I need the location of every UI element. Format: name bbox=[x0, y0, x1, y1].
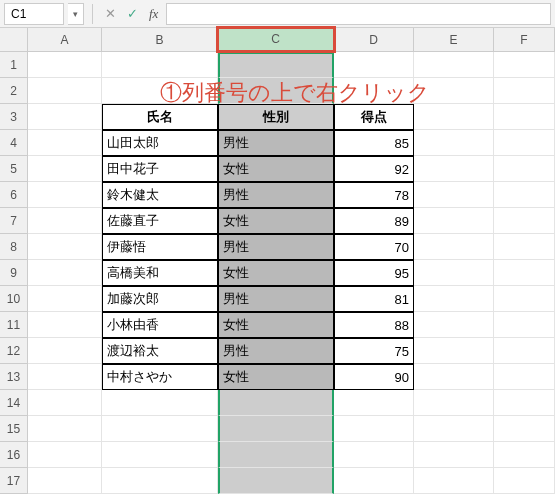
cell-D15[interactable] bbox=[334, 416, 414, 442]
cell-B16[interactable] bbox=[102, 442, 218, 468]
cell-B1[interactable] bbox=[102, 52, 218, 78]
cell-B7[interactable]: 佐藤直子 bbox=[102, 208, 218, 234]
cell-E4[interactable] bbox=[414, 130, 494, 156]
cell-F4[interactable] bbox=[494, 130, 555, 156]
cell-B15[interactable] bbox=[102, 416, 218, 442]
formula-input[interactable] bbox=[166, 3, 551, 25]
cell-F16[interactable] bbox=[494, 442, 555, 468]
cell-E7[interactable] bbox=[414, 208, 494, 234]
cell-F9[interactable] bbox=[494, 260, 555, 286]
cell-A3[interactable] bbox=[28, 104, 102, 130]
cell-D10[interactable]: 81 bbox=[334, 286, 414, 312]
row-header-9[interactable]: 9 bbox=[0, 260, 28, 286]
cell-E3[interactable] bbox=[414, 104, 494, 130]
cell-F12[interactable] bbox=[494, 338, 555, 364]
cell-D11[interactable]: 88 bbox=[334, 312, 414, 338]
cell-E8[interactable] bbox=[414, 234, 494, 260]
cell-A12[interactable] bbox=[28, 338, 102, 364]
cell-E17[interactable] bbox=[414, 468, 494, 494]
cell-E14[interactable] bbox=[414, 390, 494, 416]
cell-C7[interactable]: 女性 bbox=[218, 208, 334, 234]
cell-B14[interactable] bbox=[102, 390, 218, 416]
cell-C14[interactable] bbox=[218, 390, 334, 416]
cell-D1[interactable] bbox=[334, 52, 414, 78]
cell-D7[interactable]: 89 bbox=[334, 208, 414, 234]
cell-B3[interactable]: 氏名 bbox=[102, 104, 218, 130]
cell-A7[interactable] bbox=[28, 208, 102, 234]
cell-C12[interactable]: 男性 bbox=[218, 338, 334, 364]
cell-C4[interactable]: 男性 bbox=[218, 130, 334, 156]
cell-C11[interactable]: 女性 bbox=[218, 312, 334, 338]
row-header-3[interactable]: 3 bbox=[0, 104, 28, 130]
cell-F14[interactable] bbox=[494, 390, 555, 416]
row-header-8[interactable]: 8 bbox=[0, 234, 28, 260]
row-header-10[interactable]: 10 bbox=[0, 286, 28, 312]
cell-F17[interactable] bbox=[494, 468, 555, 494]
cell-C17[interactable] bbox=[218, 468, 334, 494]
cell-D3[interactable]: 得点 bbox=[334, 104, 414, 130]
cell-D5[interactable]: 92 bbox=[334, 156, 414, 182]
cell-D9[interactable]: 95 bbox=[334, 260, 414, 286]
cell-A13[interactable] bbox=[28, 364, 102, 390]
cell-D16[interactable] bbox=[334, 442, 414, 468]
row-header-4[interactable]: 4 bbox=[0, 130, 28, 156]
cell-C10[interactable]: 男性 bbox=[218, 286, 334, 312]
cell-A10[interactable] bbox=[28, 286, 102, 312]
cell-D13[interactable]: 90 bbox=[334, 364, 414, 390]
cell-D2[interactable] bbox=[334, 78, 414, 104]
cell-E11[interactable] bbox=[414, 312, 494, 338]
cell-C15[interactable] bbox=[218, 416, 334, 442]
cell-D17[interactable] bbox=[334, 468, 414, 494]
col-header-E[interactable]: E bbox=[414, 28, 494, 52]
cell-A14[interactable] bbox=[28, 390, 102, 416]
cell-B12[interactable]: 渡辺裕太 bbox=[102, 338, 218, 364]
cell-E13[interactable] bbox=[414, 364, 494, 390]
cell-F1[interactable] bbox=[494, 52, 555, 78]
cell-C3[interactable]: 性別 bbox=[218, 104, 334, 130]
cell-E16[interactable] bbox=[414, 442, 494, 468]
row-header-16[interactable]: 16 bbox=[0, 442, 28, 468]
select-all-corner[interactable] bbox=[0, 28, 28, 52]
cell-C1[interactable] bbox=[218, 52, 334, 78]
row-header-14[interactable]: 14 bbox=[0, 390, 28, 416]
row-header-11[interactable]: 11 bbox=[0, 312, 28, 338]
cell-C8[interactable]: 男性 bbox=[218, 234, 334, 260]
cell-D4[interactable]: 85 bbox=[334, 130, 414, 156]
row-header-7[interactable]: 7 bbox=[0, 208, 28, 234]
row-header-6[interactable]: 6 bbox=[0, 182, 28, 208]
cell-D8[interactable]: 70 bbox=[334, 234, 414, 260]
cell-F13[interactable] bbox=[494, 364, 555, 390]
name-box-dropdown[interactable]: ▾ bbox=[68, 3, 84, 25]
col-header-A[interactable]: A bbox=[28, 28, 102, 52]
row-header-17[interactable]: 17 bbox=[0, 468, 28, 494]
cell-A1[interactable] bbox=[28, 52, 102, 78]
name-box[interactable]: C1 bbox=[4, 3, 64, 25]
cell-A16[interactable] bbox=[28, 442, 102, 468]
cell-A4[interactable] bbox=[28, 130, 102, 156]
cell-A11[interactable] bbox=[28, 312, 102, 338]
cell-E5[interactable] bbox=[414, 156, 494, 182]
cell-C16[interactable] bbox=[218, 442, 334, 468]
cell-B2[interactable] bbox=[102, 78, 218, 104]
cell-F10[interactable] bbox=[494, 286, 555, 312]
cell-E12[interactable] bbox=[414, 338, 494, 364]
row-header-1[interactable]: 1 bbox=[0, 52, 28, 78]
cell-A6[interactable] bbox=[28, 182, 102, 208]
row-header-13[interactable]: 13 bbox=[0, 364, 28, 390]
cell-E9[interactable] bbox=[414, 260, 494, 286]
cell-B4[interactable]: 山田太郎 bbox=[102, 130, 218, 156]
row-header-12[interactable]: 12 bbox=[0, 338, 28, 364]
cell-F2[interactable] bbox=[494, 78, 555, 104]
cell-B17[interactable] bbox=[102, 468, 218, 494]
row-header-5[interactable]: 5 bbox=[0, 156, 28, 182]
cell-F6[interactable] bbox=[494, 182, 555, 208]
cell-D14[interactable] bbox=[334, 390, 414, 416]
cell-B9[interactable]: 高橋美和 bbox=[102, 260, 218, 286]
cell-F15[interactable] bbox=[494, 416, 555, 442]
col-header-C[interactable]: C bbox=[218, 28, 334, 52]
cell-C13[interactable]: 女性 bbox=[218, 364, 334, 390]
cell-E6[interactable] bbox=[414, 182, 494, 208]
row-header-2[interactable]: 2 bbox=[0, 78, 28, 104]
cell-F5[interactable] bbox=[494, 156, 555, 182]
cell-C5[interactable]: 女性 bbox=[218, 156, 334, 182]
